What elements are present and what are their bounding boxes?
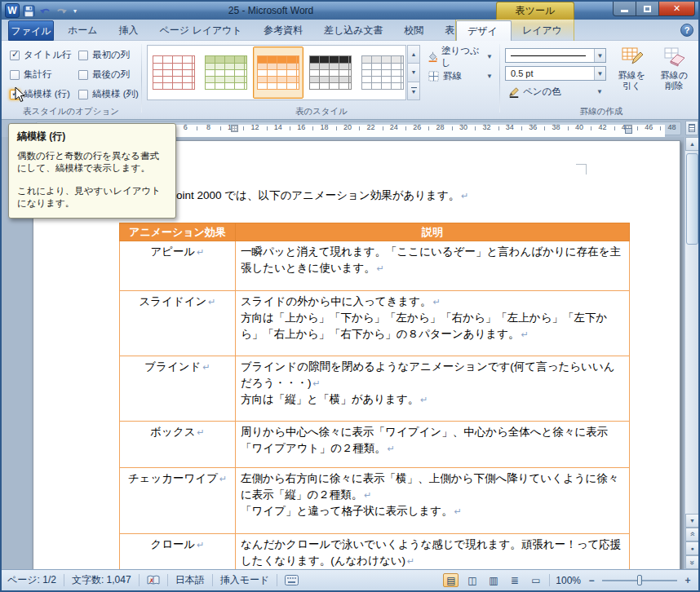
fullscreen-reading-view-button[interactable]: ◫ — [464, 573, 480, 587]
checkbox-last-column[interactable]: 最後の列 — [78, 68, 130, 81]
tab-references[interactable]: 参考資料 — [253, 20, 313, 41]
tab-file[interactable]: ファイル — [8, 20, 54, 41]
minimize-button[interactable] — [613, 2, 636, 16]
gallery-scroll: ▲ ▼ ▼ — [407, 45, 420, 100]
chevron-down-icon: ▼ — [486, 53, 493, 60]
vertical-scrollbar[interactable]: ▲ ▼ » ● » — [684, 137, 698, 569]
select-browse-object-button[interactable]: ● — [685, 541, 698, 555]
table-row: ブラインド↵ブラインドの隙間を閉めるようなアニメーションです(何て言ったらいいん… — [120, 356, 630, 422]
table-style-thumbnail[interactable] — [305, 46, 356, 99]
table-style-thumbnail[interactable] — [201, 46, 251, 99]
ribbon: タイトル行 集計行 縞模様 (行) 最初の列 最後の列 縞模様 (列) 表スタイ… — [2, 41, 698, 120]
page-indicator[interactable]: ページ: 1/2 — [7, 573, 56, 587]
tab-home[interactable]: ホーム — [57, 20, 109, 41]
save-button[interactable] — [22, 4, 36, 18]
effect-cell[interactable]: チェッカーワイプ↵ — [120, 468, 236, 534]
web-layout-view-button[interactable]: ▥ — [485, 573, 501, 587]
effect-cell[interactable]: スライドイン↵ — [120, 291, 236, 356]
right-indent-marker[interactable] — [625, 128, 632, 134]
next-page-button[interactable]: » — [685, 555, 698, 569]
tab-design[interactable]: デザイン — [456, 20, 512, 41]
draft-view-button[interactable]: ▭ — [528, 573, 543, 587]
description-cell[interactable]: 一瞬パッと消えて現れます。「ここにいるぞー」と言わんばかりに存在を主張したいとき… — [236, 241, 630, 291]
checkbox-first-column[interactable]: 最初の列 — [78, 49, 130, 61]
word-window: W ▾ 25 - Microsoft Word 表ツール ✕ ファイル ホーム … — [0, 0, 700, 592]
tab-page-layout[interactable]: ページ レイアウト — [149, 20, 253, 41]
table-style-thumbnail-selected[interactable] — [253, 46, 303, 99]
gallery-more-button[interactable]: ▼ — [407, 82, 420, 100]
gallery-scroll-down-button[interactable]: ▼ — [407, 64, 420, 82]
zoom-out-button[interactable]: − — [587, 575, 596, 586]
maximize-icon — [644, 6, 651, 12]
mouse-cursor — [15, 86, 26, 103]
draw-table-button[interactable]: 罫線を 引く — [612, 41, 652, 98]
table-style-thumbnail[interactable] — [357, 46, 406, 99]
tab-layout[interactable]: レイアウト — [512, 20, 574, 41]
zoom-in-button[interactable]: + — [683, 575, 693, 586]
spellcheck-icon[interactable]: ✗ — [147, 575, 160, 586]
table-row: チェッカーワイプ↵左側から右方向に徐々に表示「横」、上側から下側へ降りていくよう… — [120, 468, 630, 534]
checkbox-header-row[interactable]: タイトル行 — [10, 49, 72, 61]
table-row: アピール↵一瞬パッと消えて現れます。「ここにいるぞー」と言わんばかりに存在を主張… — [120, 241, 630, 291]
help-button[interactable]: ? — [680, 24, 693, 37]
undo-button[interactable] — [38, 4, 52, 18]
scrollbar-thumb[interactable] — [686, 153, 698, 245]
description-cell[interactable]: 周りから中心へ徐々に表示「ワイプイン」、中心から全体へと徐々に表示「ワイプアウト… — [236, 422, 630, 468]
word-logo-icon[interactable]: W — [5, 3, 20, 18]
table-style-thumbnail[interactable] — [148, 46, 199, 99]
pen-color-button[interactable]: ペンの色▼ — [505, 84, 606, 99]
shading-button[interactable]: 塗りつぶし▼ — [424, 48, 496, 65]
outline-view-button[interactable]: ≣ — [507, 573, 522, 587]
checkbox-box — [10, 70, 20, 80]
line-style-combo[interactable]: ▼ — [505, 48, 606, 63]
tab-insert[interactable]: 挿入 — [109, 20, 149, 41]
effect-cell[interactable]: クロール↵ — [120, 534, 236, 570]
effect-cell[interactable]: ブラインド↵ — [120, 356, 236, 422]
zoom-level[interactable]: 100% — [556, 575, 581, 586]
maximize-button[interactable] — [636, 2, 659, 16]
word-count[interactable]: 文字数: 1,047 — [72, 573, 131, 587]
borders-button[interactable]: 罫線▼ — [424, 68, 496, 85]
ruler-toggle-button[interactable] — [685, 121, 698, 135]
zoom-slider-thumb[interactable] — [637, 575, 642, 585]
scroll-up-button[interactable]: ▲ — [685, 137, 698, 151]
eraser-button[interactable]: 罫線の 削除 — [654, 41, 694, 98]
zoom-slider[interactable] — [602, 575, 677, 585]
tab-mailings[interactable]: 差し込み文書 — [313, 20, 394, 41]
header-cell-description[interactable]: 説明 — [236, 223, 630, 241]
effect-cell[interactable]: アピール↵ — [120, 241, 236, 291]
description-cell[interactable]: スライドの外から中に入ってきます。↵方向は「上から」「下から」「左から」「右から… — [236, 291, 630, 356]
window-controls: ✕ — [613, 2, 695, 16]
ime-keyboard-icon[interactable] — [285, 575, 299, 585]
description-cell[interactable]: ブラインドの隙間を閉めるようなアニメーションです(何て言ったらいいんだろう・・・… — [236, 356, 630, 422]
print-layout-view-button[interactable]: ▤ — [443, 573, 459, 587]
redo-button[interactable] — [55, 4, 69, 18]
tab-review[interactable]: 校閲 — [393, 20, 434, 41]
scroll-down-button[interactable]: ▼ — [685, 514, 698, 528]
eraser-icon — [663, 45, 686, 68]
effect-cell[interactable]: ボックス↵ — [120, 422, 236, 468]
tooltip: 縞模様 (行) 偶数の行と奇数の行を異なる書式にして、縞模様で表示します。 これ… — [8, 123, 176, 219]
chevron-down-icon: ▼ — [594, 67, 605, 80]
checkbox-total-row[interactable]: 集計行 — [10, 68, 52, 81]
doc-table[interactable]: アニメーション効果 説明 アピール↵一瞬パッと消えて現れます。「ここにいるぞー」… — [119, 223, 630, 569]
main-tabs: ホーム 挿入 ページ レイアウト 参考資料 差し込み文書 校閲 表示 — [57, 20, 475, 41]
previous-page-button[interactable]: » — [685, 528, 698, 541]
group-separator — [499, 44, 500, 113]
tooltip-paragraph: これにより、見やすいレイアウトになります。 — [17, 185, 167, 210]
more-icon — [411, 87, 417, 89]
header-cell-effect[interactable]: アニメーション効果 — [120, 223, 236, 241]
description-cell[interactable]: 左側から右方向に徐々に表示「横」、上側から下側へ降りていくように徐々に表示「縦」… — [236, 468, 630, 534]
description-cell[interactable]: なんだかクロールで泳いでいくような感じで現れます。頑張れー！って応援したくなりま… — [236, 534, 630, 570]
close-button[interactable]: ✕ — [659, 2, 695, 16]
line-weight-combo[interactable]: 0.5 pt ▼ — [505, 66, 606, 81]
language-indicator[interactable]: 日本語 — [175, 573, 205, 587]
checkbox-box — [78, 70, 88, 80]
insert-mode-indicator[interactable]: 挿入モード — [220, 573, 270, 587]
checkbox-banded-columns[interactable]: 縞模様 (列) — [78, 88, 139, 100]
qat-dropdown-button[interactable]: ▾ — [71, 7, 79, 15]
table-column-marker[interactable] — [231, 125, 238, 132]
pen-color-label: ペンの色 — [523, 86, 561, 98]
eraser-label: 罫線の 削除 — [661, 70, 688, 91]
gallery-scroll-up-button[interactable]: ▲ — [407, 45, 420, 64]
